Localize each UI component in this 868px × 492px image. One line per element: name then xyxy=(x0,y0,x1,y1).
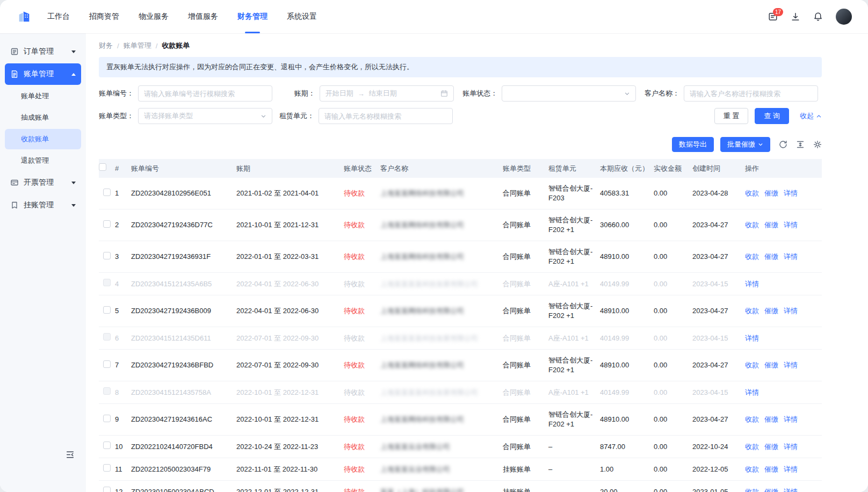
remind-link[interactable]: 催缴 xyxy=(764,307,778,315)
table-row: 12ZD20230105002304ABCD2022-12-01 至 2022-… xyxy=(99,481,822,492)
nav-item-value-added[interactable]: 增值服务 xyxy=(188,0,218,33)
collapse-filters-link[interactable]: 收起 xyxy=(800,111,822,121)
detail-link[interactable]: 详情 xyxy=(784,307,798,315)
sidebar-item-order[interactable]: 订单管理 xyxy=(5,41,81,62)
chevron-down-icon xyxy=(71,182,76,184)
column-height-icon[interactable] xyxy=(796,140,805,149)
nav-item-property[interactable]: 物业服务 xyxy=(139,0,169,33)
remind-link[interactable]: 催缴 xyxy=(764,221,778,229)
row-checkbox[interactable] xyxy=(103,442,111,449)
actions-cell: 收款催缴详情 xyxy=(745,183,822,204)
row-checkbox[interactable] xyxy=(103,189,111,196)
unit-cell: A座-A101 +1 xyxy=(548,328,600,349)
breadcrumb-link[interactable]: 账单管理 xyxy=(124,41,151,50)
bill-no-cell: ZD20230427192436BFBD xyxy=(131,354,236,376)
avatar[interactable] xyxy=(836,9,852,25)
sidebar-item-ledger[interactable]: 挂账管理 xyxy=(5,194,81,216)
date-range-input[interactable]: 开始日期 → 结束日期 xyxy=(320,85,454,102)
index-cell: 2 xyxy=(115,214,131,236)
detail-link[interactable]: 详情 xyxy=(784,488,798,492)
refresh-icon[interactable] xyxy=(779,140,787,149)
collect-link[interactable]: 收款 xyxy=(745,307,759,315)
status-select[interactable] xyxy=(502,85,636,102)
status-badge: 待收款 xyxy=(344,221,365,229)
remind-link[interactable]: 催缴 xyxy=(764,415,778,423)
collect-link[interactable]: 收款 xyxy=(745,189,759,197)
nav-item-workbench[interactable]: 工作台 xyxy=(47,0,70,33)
collect-link[interactable]: 收款 xyxy=(745,361,759,369)
collect-link[interactable]: 收款 xyxy=(745,221,759,229)
breadcrumb-link[interactable]: 财务 xyxy=(99,41,113,50)
sidebar-item-invoice[interactable]: 开票管理 xyxy=(5,172,81,193)
detail-link[interactable]: 详情 xyxy=(784,465,798,473)
detail-link[interactable]: 详情 xyxy=(784,443,798,451)
period-cell: 2022-12-01 至 2022-12-31 xyxy=(236,481,344,492)
period-cell: 2022-04-01 至 2022-06-30 xyxy=(236,273,344,295)
detail-link[interactable]: 详情 xyxy=(784,221,798,229)
type-select[interactable]: 请选择账单类型 xyxy=(138,108,272,124)
sidebar-item-bill[interactable]: 账单管理 xyxy=(5,63,81,85)
remind-link[interactable]: 催缴 xyxy=(764,189,778,197)
bill-no-input[interactable] xyxy=(138,85,272,102)
download-icon[interactable] xyxy=(791,12,800,21)
received-cell: 0.00 xyxy=(654,273,692,295)
detail-link[interactable]: 详情 xyxy=(745,388,759,396)
status-label: 账单状态： xyxy=(462,89,502,98)
primary-nav: 工作台招商资管物业服务增值服务财务管理系统设置 xyxy=(47,0,336,33)
unit-input[interactable] xyxy=(319,108,453,124)
row-select-cell xyxy=(99,458,115,480)
select-all-checkbox[interactable] xyxy=(99,163,106,171)
remind-link[interactable]: 催缴 xyxy=(764,443,778,451)
collect-link[interactable]: 收款 xyxy=(745,415,759,423)
row-checkbox[interactable] xyxy=(103,360,111,368)
row-checkbox[interactable] xyxy=(103,252,111,259)
row-select-cell xyxy=(99,481,115,492)
row-checkbox[interactable] xyxy=(103,487,111,492)
remind-link[interactable]: 催缴 xyxy=(764,252,778,261)
sidebar-collapse-icon[interactable] xyxy=(66,450,75,461)
amount-cell: 1.00 xyxy=(600,459,654,480)
settings-icon[interactable] xyxy=(813,140,822,149)
header-2: 账期 xyxy=(236,160,344,178)
sidebar-item-bill-process[interactable]: 账单处理 xyxy=(5,86,81,106)
remind-link[interactable]: 催缴 xyxy=(764,488,778,492)
detail-link[interactable]: 详情 xyxy=(784,189,798,197)
collect-link[interactable]: 收款 xyxy=(745,465,759,473)
detail-link[interactable]: 详情 xyxy=(784,361,798,369)
customer-input[interactable] xyxy=(684,85,818,102)
header-6: 租赁单元 xyxy=(548,160,600,178)
search-button[interactable]: 查 询 xyxy=(755,108,789,124)
reset-button[interactable]: 重 置 xyxy=(714,108,749,124)
detail-link[interactable]: 详情 xyxy=(745,334,759,342)
filter-customer: 客户名称： xyxy=(645,85,822,102)
bill-no-cell: ZD20230415121435758A xyxy=(131,382,236,403)
export-button[interactable]: 数据导出 xyxy=(672,137,714,152)
row-checkbox[interactable] xyxy=(103,220,111,228)
collapse-filters-label: 收起 xyxy=(800,111,814,121)
detail-link[interactable]: 详情 xyxy=(784,415,798,423)
batch-remind-button[interactable]: 批量催缴 xyxy=(720,137,770,152)
remind-link[interactable]: 催缴 xyxy=(764,465,778,473)
row-checkbox xyxy=(103,279,111,286)
nav-item-leasing[interactable]: 招商资管 xyxy=(89,0,119,33)
amount-cell: 48910.00 xyxy=(600,409,654,430)
actions-cell: 收款催缴详情 xyxy=(745,409,822,430)
remind-link[interactable]: 催缴 xyxy=(764,361,778,369)
sidebar-item-receipt-bill[interactable]: 收款账单 xyxy=(5,129,81,149)
collect-link[interactable]: 收款 xyxy=(745,488,759,492)
sidebar-item-commission-bill[interactable]: 抽成账单 xyxy=(5,107,81,128)
bell-icon[interactable] xyxy=(813,12,823,21)
nav-item-system[interactable]: 系统设置 xyxy=(287,0,317,33)
detail-link[interactable]: 详情 xyxy=(745,280,759,288)
row-checkbox[interactable] xyxy=(103,464,111,472)
collect-link[interactable]: 收款 xyxy=(745,443,759,451)
collect-link[interactable]: 收款 xyxy=(745,252,759,261)
created-cell: 2023-04-15 xyxy=(692,273,745,295)
row-checkbox[interactable] xyxy=(103,415,111,422)
detail-link[interactable]: 详情 xyxy=(784,252,798,261)
row-checkbox[interactable] xyxy=(103,306,111,314)
app-logo[interactable] xyxy=(16,9,32,25)
nav-item-finance[interactable]: 财务管理 xyxy=(237,0,267,33)
message-icon[interactable]: 17 xyxy=(768,12,778,21)
sidebar-item-refund[interactable]: 退款管理 xyxy=(5,150,81,171)
